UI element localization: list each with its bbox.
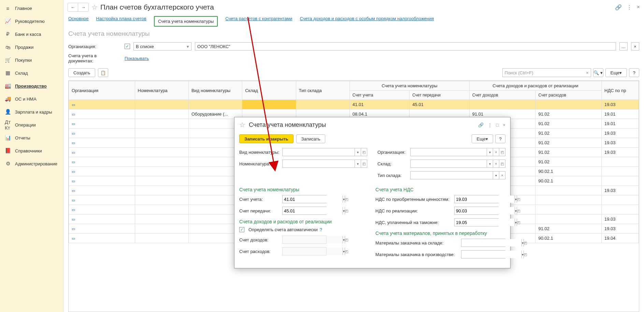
acct-label: Счет учета: [239,197,280,202]
org-filter-clear[interactable]: × [631,42,639,50]
org-filter-value[interactable]: ООО "ЛЕНОКС" [195,42,616,50]
row-icon: ▭ [72,227,75,231]
sidebar-item-6[interactable]: 🏭Производство [0,79,63,92]
sidebar-label: Операции [15,122,36,128]
th-group-accts[interactable]: Счета учета номенклатуры [349,81,469,91]
vat-cust-input[interactable]: ▾◰ [454,218,499,226]
row-icon: ▭ [72,236,75,240]
nav-buttons: ← → [68,3,89,12]
sidebar-item-1[interactable]: 📈Руководителю [0,15,63,28]
sidebar-item-4[interactable]: 🛒Покупки [0,54,63,66]
th-nomen[interactable]: Номенклатура [135,81,188,100]
dialog-close-icon[interactable]: × [503,122,505,128]
org-filter-more[interactable]: … [619,42,628,50]
dialog-menu-icon[interactable]: ⋮ [488,122,492,128]
sidebar-label: Производство [15,84,47,89]
sidebar-item-2[interactable]: ₽Банк и касса [0,28,63,41]
th-org[interactable]: Организация [69,81,135,100]
org-filter-checkbox[interactable]: ✓ [125,44,130,49]
dialog-more-button[interactable]: Еще ▾ [472,134,493,143]
menu-icon[interactable]: ⋮ [627,4,632,11]
main: ← → ☆ План счетов бухгалтерского учета 🔗… [63,0,644,312]
dlg-org-input[interactable]: ▾×◰ [410,148,505,156]
dialog-star-icon[interactable]: ☆ [239,121,245,129]
th-acct[interactable]: Счет учета [349,91,409,100]
sidebar-item-12[interactable]: ⚙Администрирование [0,157,63,170]
tab-0[interactable]: Основное [68,16,89,27]
help-button[interactable]: ? [629,68,639,77]
row-icon: ▭ [72,198,75,202]
sidebar-label: Продажи [15,45,33,50]
th-income[interactable]: Счет доходов [469,91,535,100]
dlg-whtype-input[interactable]: ▾× [410,171,505,179]
sidebar-label: Отчеты [15,135,30,140]
group-mat-title: Счета учета материалов, принятых в перер… [375,231,505,236]
sidebar-icon: 📕 [5,148,11,154]
dialog-maximize-icon[interactable]: □ [496,122,499,128]
kind-label: Вид номенклатуры: [239,150,280,155]
sidebar-item-10[interactable]: 📊Отчеты [0,131,63,144]
tab-4[interactable]: Счета доходов и расходов с особым порядк… [300,16,434,27]
sidebar-icon: 🛒 [5,57,11,63]
sidebar-label: Руководителю [15,19,45,24]
back-button[interactable]: ← [68,3,78,11]
row-icon: ▭ [72,112,75,116]
vat-purch-label: НДС по приобретенным ценностям: [375,197,452,202]
nomen-label: Номенклатура: [239,161,280,166]
dialog-help-button[interactable]: ? [495,134,505,143]
sidebar-item-11[interactable]: 📕Справочники [0,144,63,157]
search-input[interactable]: Поиск (Ctrl+F)× [502,68,591,77]
th-wtype[interactable]: Тип склада [296,81,349,100]
row-icon: ▭ [72,208,75,212]
sidebar-item-0[interactable]: ≡Главное [0,2,63,15]
tab-3[interactable]: Счета расчетов с контрагентами [225,16,292,27]
kind-input[interactable]: ▾◰ [282,148,367,156]
create-button[interactable]: Создать [68,68,95,77]
org-filter-mode[interactable]: В списке▾ [133,42,191,50]
tab-1[interactable]: Настройка плана счетов [96,16,146,27]
mat-prod-input[interactable]: ▾◰ [461,250,505,258]
sidebar-item-8[interactable]: 👤Зарплата и кадры [0,105,63,118]
sidebar-label: Банк и касса [15,32,41,37]
row-icon: ▭ [72,141,75,145]
sidebar-icon: 🛍 [5,44,11,50]
nomen-input[interactable]: ▾◰ [282,160,367,168]
search-button[interactable]: 🔍 ▾ [593,68,603,77]
sidebar-icon: 📊 [5,135,11,141]
table-row[interactable]: ▭41.0145.0119.03 [69,100,639,109]
save-button[interactable]: Записать [296,134,326,143]
sidebar-item-5[interactable]: ▦Склад [0,66,63,79]
more-button[interactable]: Еще ▾ [605,68,627,77]
link-icon[interactable]: 🔗 [615,4,622,11]
dlg-wh-input[interactable]: ▾×◰ [410,160,505,168]
mat-prod-label: Материалы заказчика в производстве: [375,252,459,257]
acct-input[interactable]: ▾◰ [282,195,327,203]
transfer-input[interactable]: ▾◰ [282,207,327,215]
sidebar-icon: 🏭 [5,83,11,89]
copy-button[interactable]: 📋 [98,68,108,77]
sidebar-item-9[interactable]: Дт КтОперации [0,118,63,131]
mat-wh-input[interactable]: ▾◰ [461,239,505,247]
save-close-button[interactable]: Записать и закрыть [239,134,294,143]
dialog-link-icon[interactable]: 🔗 [478,122,484,128]
close-icon[interactable]: × [637,4,640,10]
sidebar: ≡Главное📈Руководителю₽Банк и касса🛍Прода… [0,0,63,312]
th-warehouse[interactable]: Склад [242,81,296,100]
favorite-star-icon[interactable]: ☆ [91,3,98,11]
sidebar-item-7[interactable]: 🚚ОС и НМА [0,92,63,105]
sidebar-label: Зарплата и кадры [15,109,52,115]
th-kind[interactable]: Вид номенклатуры [188,81,242,100]
auto-help[interactable]: ? [320,227,322,232]
th-expense[interactable]: Счет расходов [535,91,602,100]
docs-show-link[interactable]: Показывать [125,56,149,61]
th-transfer[interactable]: Счет передачи [410,91,469,100]
th-group-income[interactable]: Счета доходов и расходов от реализации [469,81,601,91]
vat-sale-input[interactable]: ▾◰ [454,207,499,215]
th-vat[interactable]: НДС по пр [602,81,639,100]
sidebar-item-3[interactable]: 🛍Продажи [0,41,63,54]
vat-purch-input[interactable]: ▾◰ [454,195,499,203]
auto-checkbox[interactable]: ✓ [239,227,244,232]
tab-2[interactable]: Счета учета номенклатуры [154,16,218,27]
forward-button[interactable]: → [78,3,88,11]
sidebar-icon: ▦ [5,70,11,76]
